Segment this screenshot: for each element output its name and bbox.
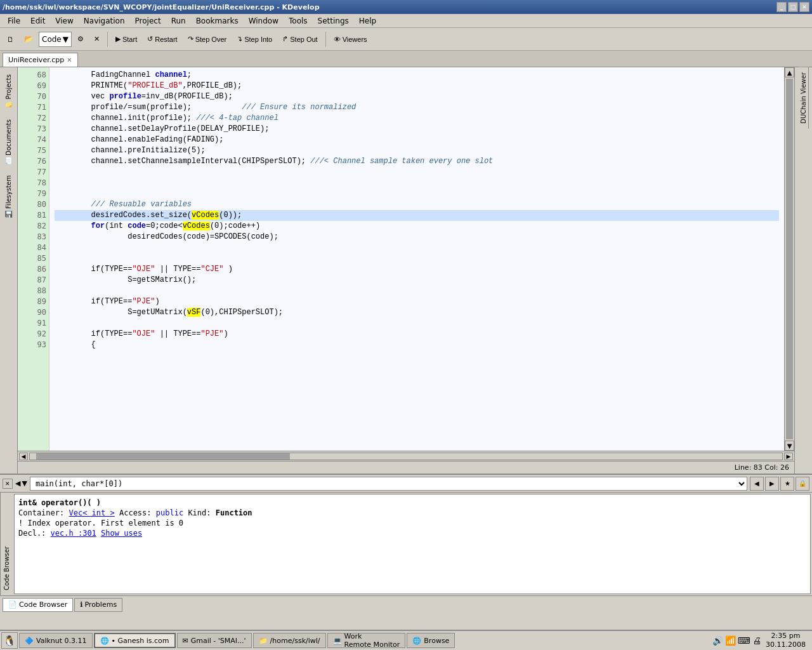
menu-help[interactable]: Help	[354, 15, 381, 27]
step-over-button[interactable]: ↷ Step Over	[183, 30, 232, 48]
kind-value: Function	[216, 508, 252, 517]
cancel-build-button[interactable]: ✕	[89, 30, 104, 48]
vertical-scrollbar[interactable]: ▲ ▼	[784, 67, 794, 451]
tray-icon-4[interactable]: 🖨	[752, 635, 761, 646]
cursor-position: Line: 83 Col: 26	[735, 463, 789, 472]
function-dropdown[interactable]: main(int, char*[0])	[30, 477, 747, 491]
menu-run[interactable]: Run	[166, 15, 191, 27]
tab-close-button[interactable]: ✕	[67, 56, 72, 63]
bottom-tabs: 📄 Code Browser ℹ Problems	[0, 595, 812, 613]
tray-icon-1[interactable]: 🔊	[712, 635, 723, 646]
separator-2	[325, 32, 326, 47]
menu-tools[interactable]: Tools	[284, 15, 313, 27]
taskbar-ganesh[interactable]: 🌐 • Ganesh is.com	[94, 633, 176, 648]
status-bar: Line: 83 Col: 26	[18, 461, 794, 474]
menu-view[interactable]: View	[50, 15, 78, 27]
step-into-button[interactable]: ↴ Step Into	[232, 30, 277, 48]
mode-dropdown[interactable]: Code ▼	[39, 32, 72, 47]
tab-code-browser[interactable]: 📄 Code Browser	[3, 598, 73, 612]
sidebar-documents[interactable]: 📄 Documents	[2, 115, 15, 169]
taskbar-work[interactable]: 💻 WorkRemote Monitor	[327, 633, 406, 648]
viewers-icon: 👁	[334, 36, 341, 43]
step-into-icon: ↴	[237, 35, 242, 43]
scroll-thumb[interactable]	[786, 79, 793, 439]
bottom-panel: ✕ ◀ ▼ main(int, char*[0]) ◀ ▶ ★ 🔒 Code B…	[0, 474, 812, 613]
expand-collapse-button[interactable]: ✕	[3, 479, 13, 489]
access-label: Access:	[119, 508, 152, 517]
hscroll-track[interactable]	[29, 453, 783, 460]
window-controls: _ □ ✕	[776, 2, 809, 12]
code-editor[interactable]: FadingChannel channel; PRINTME("PROFILE_…	[49, 67, 784, 451]
cancel-icon: ✕	[94, 35, 100, 43]
editor-area: 6869707172737475767778798081828384858687…	[18, 67, 794, 474]
scroll-up-button[interactable]: ▲	[785, 67, 794, 77]
step-over-label: Step Over	[195, 36, 227, 43]
container-line: Container: Vec< int > Access: public Kin…	[18, 508, 806, 517]
tab-bar: UniReceiver.cpp ✕	[0, 51, 812, 67]
open-icon: 📂	[24, 35, 33, 43]
container-label: Container:	[18, 508, 64, 517]
clock-time: 2:35 pm	[766, 632, 806, 640]
scroll-down-button[interactable]: ▼	[785, 441, 794, 451]
menu-edit[interactable]: Edit	[25, 15, 50, 27]
tray-icon-2[interactable]: 📶	[725, 635, 736, 646]
code-browser-tab-icon: 📄	[8, 600, 17, 609]
nav-back-icon[interactable]: ◀	[15, 479, 20, 488]
duchain-label[interactable]: DUChain Viewer	[799, 67, 809, 129]
valknut-label: Valknut 0.3.11	[36, 637, 87, 645]
new-file-button[interactable]: 🗋	[3, 30, 18, 48]
nav-prev-button[interactable]: ◀	[750, 477, 764, 491]
step-out-icon: ↱	[282, 35, 288, 43]
start-menu-button[interactable]: 🐧	[1, 632, 18, 649]
toolbar: 🗋 📂 Code ▼ ⚙ ✕ ▶ Start ↺ Restart ↷ Step …	[0, 28, 812, 51]
minimize-button[interactable]: _	[776, 2, 787, 12]
left-panel: 📁 Projects 📄 Documents 💾 Filesystem	[0, 67, 18, 474]
menu-settings[interactable]: Settings	[313, 15, 354, 27]
bookmark-button[interactable]: ★	[780, 477, 794, 491]
clock-date: 30.11.2008	[766, 640, 806, 649]
lock-button[interactable]: 🔒	[796, 477, 809, 491]
tab-filename: UniReceiver.cpp	[8, 56, 64, 64]
step-out-button[interactable]: ↱ Step Out	[278, 30, 322, 48]
configure-button[interactable]: ⚙	[73, 30, 88, 48]
sidebar-filesystem[interactable]: 💾 Filesystem	[2, 171, 15, 223]
work-icon: 💻	[333, 637, 342, 645]
menu-file[interactable]: File	[3, 15, 25, 27]
editor-tab[interactable]: UniReceiver.cpp ✕	[3, 53, 78, 67]
menu-bookmarks[interactable]: Bookmarks	[191, 15, 244, 27]
menu-window[interactable]: Window	[244, 15, 284, 27]
horizontal-scrollbar[interactable]: ◀ ▶	[18, 451, 794, 461]
chevron-down-icon: ▼	[63, 35, 69, 44]
menu-navigation[interactable]: Navigation	[79, 15, 130, 27]
taskbar-browse[interactable]: 🌐 Browse	[407, 633, 455, 648]
close-button[interactable]: ✕	[799, 2, 809, 12]
valknut-icon: 🔷	[25, 637, 34, 645]
scroll-right-button[interactable]: ▶	[784, 453, 793, 460]
maximize-button[interactable]: □	[788, 2, 798, 12]
title-text: /home/ssk/iwl/workspace/SVN_WCOPY/jointE…	[3, 3, 320, 11]
nav-next-button[interactable]: ▶	[765, 477, 779, 491]
container-value-link[interactable]: Vec< int >	[69, 508, 114, 517]
show-uses-link[interactable]: Show uses	[101, 529, 142, 538]
open-file-button[interactable]: 📂	[20, 30, 37, 48]
tray-icon-3[interactable]: ⌨	[738, 635, 750, 646]
main-area: 📁 Projects 📄 Documents 💾 Filesystem 6869…	[0, 67, 812, 474]
nav-down-icon[interactable]: ▼	[22, 479, 27, 488]
scroll-left-button[interactable]: ◀	[19, 453, 28, 460]
viewers-button[interactable]: 👁 Viewers	[329, 30, 372, 48]
decl-file-link[interactable]: vec.h :301	[51, 529, 96, 538]
restart-button[interactable]: ↺ Restart	[143, 30, 181, 48]
ganesh-label: • Ganesh is.com	[112, 637, 169, 645]
sidebar-projects[interactable]: 📁 Projects	[2, 70, 15, 114]
folder-icon: 📁	[259, 637, 268, 645]
start-button[interactable]: ▶ Start	[111, 30, 141, 48]
taskbar-gmail[interactable]: ✉ Gmail - 'SMAI...'	[177, 633, 252, 648]
taskbar-valknut[interactable]: 🔷 Valknut 0.3.11	[19, 633, 93, 648]
menu-project[interactable]: Project	[130, 15, 166, 27]
taskbar-filemanager[interactable]: 📁 /home/ssk/iwl/	[253, 633, 326, 648]
line-numbers: 6869707172737475767778798081828384858687…	[18, 67, 49, 451]
hscroll-thumb[interactable]	[36, 453, 290, 460]
operator-line: int& operator()( )	[18, 498, 806, 507]
tab-problems[interactable]: ℹ Problems	[74, 598, 122, 612]
code-browser-side-label[interactable]: Code Browser	[0, 493, 13, 595]
